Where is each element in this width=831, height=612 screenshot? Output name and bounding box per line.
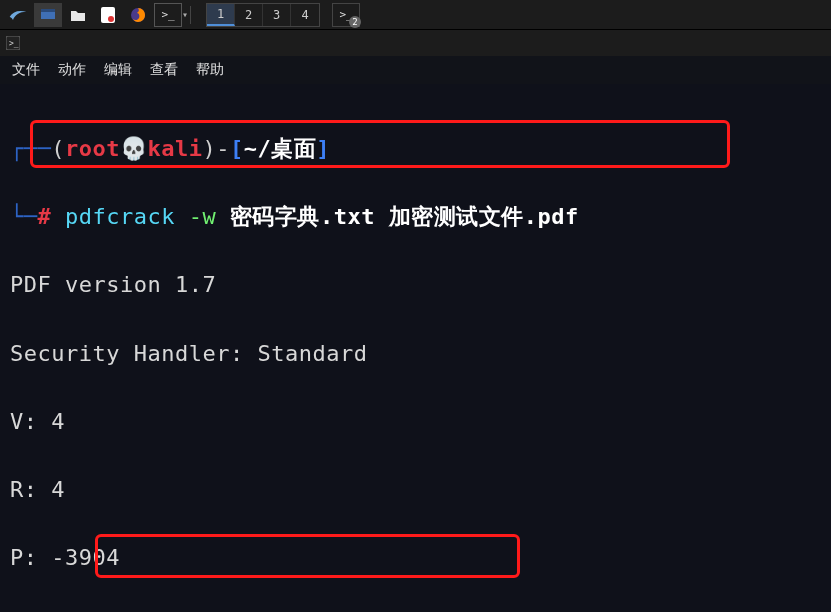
terminal-launcher-chevron-icon[interactable]: ▾ <box>182 9 188 20</box>
tasklist-terminal-button[interactable]: >_ 2 <box>332 3 360 27</box>
output-line: Security Handler: Standard <box>10 337 823 371</box>
document-icon <box>101 7 115 23</box>
kali-logo-icon <box>8 5 28 25</box>
workspace-3[interactable]: 3 <box>263 4 291 26</box>
terminal-window: >_ 文件 动作 编辑 查看 帮助 ┌──(root💀kali)-[~/桌面] … <box>0 30 831 612</box>
svg-point-3 <box>108 16 114 22</box>
workspace-4[interactable]: 4 <box>291 4 319 26</box>
workspace-switcher: 1 2 3 4 <box>206 3 320 27</box>
window-terminal-icon: >_ <box>6 36 20 50</box>
prompt-host: kali <box>147 136 202 161</box>
workspace-2[interactable]: 2 <box>235 4 263 26</box>
file-manager-button[interactable] <box>64 3 92 27</box>
firefox-button[interactable] <box>124 3 152 27</box>
prompt-user: root <box>65 136 120 161</box>
window-titlebar[interactable]: >_ <box>0 30 831 56</box>
menu-action[interactable]: 动作 <box>58 61 86 79</box>
show-desktop-button[interactable] <box>34 3 62 27</box>
command-name: pdfcrack <box>65 204 175 229</box>
terminal-launcher-button[interactable]: >_ <box>154 3 182 27</box>
window-count-badge: 2 <box>349 16 361 28</box>
folder-icon <box>70 8 86 22</box>
output-line: PDF version 1.7 <box>10 268 823 302</box>
menu-help[interactable]: 帮助 <box>196 61 224 79</box>
prompt-lparen: ( <box>51 136 65 161</box>
prompt-line-1: ┌──(root💀kali)-[~/桌面] <box>10 132 823 166</box>
terminal-body[interactable]: ┌──(root💀kali)-[~/桌面] └─# pdfcrack -w 密码… <box>0 84 831 612</box>
prompt-cwd: ~/桌面 <box>244 136 317 161</box>
workspace-1[interactable]: 1 <box>207 4 235 26</box>
output-line: V: 4 <box>10 405 823 439</box>
firefox-icon <box>130 7 146 23</box>
prompt-rbrack: ] <box>316 136 330 161</box>
svg-text:>_: >_ <box>9 39 19 48</box>
output-line: P: -3904 <box>10 541 823 575</box>
desktop-icon <box>40 8 56 22</box>
prompt-hash: # <box>38 204 52 229</box>
separator <box>190 6 198 24</box>
menu-file[interactable]: 文件 <box>12 61 40 79</box>
text-editor-button[interactable] <box>94 3 122 27</box>
terminal-icon: >_ <box>161 8 174 21</box>
menu-edit[interactable]: 编辑 <box>104 61 132 79</box>
prompt-corner-bottom: └─ <box>10 204 38 229</box>
prompt-lbrack: [ <box>230 136 244 161</box>
command-arg-2: 加密测试文件.pdf <box>389 204 579 229</box>
svg-rect-1 <box>41 9 55 12</box>
kali-menu-button[interactable] <box>4 3 32 27</box>
skull-icon: 💀 <box>120 136 148 161</box>
output-line: R: 4 <box>10 473 823 507</box>
menubar: 文件 动作 编辑 查看 帮助 <box>0 56 831 84</box>
prompt-dash: - <box>216 136 230 161</box>
taskbar: >_ ▾ 1 2 3 4 >_ 2 <box>0 0 831 30</box>
command-arg-1: 密码字典.txt <box>230 204 375 229</box>
prompt-rparen: ) <box>202 136 216 161</box>
prompt-line-2: └─# pdfcrack -w 密码字典.txt 加密测试文件.pdf <box>10 200 823 234</box>
prompt-corner: ┌── <box>10 136 51 161</box>
menu-view[interactable]: 查看 <box>150 61 178 79</box>
command-flag: -w <box>189 204 217 229</box>
